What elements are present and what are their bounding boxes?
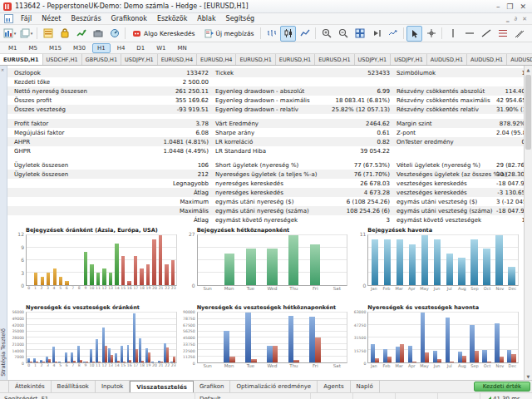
tester-tab-visszatesztel-s[interactable]: Visszatesztelés bbox=[130, 381, 194, 392]
symbol-tab[interactable]: USDCHF,H1 bbox=[43, 54, 82, 65]
symbol-tab[interactable]: EURUSD,H1 bbox=[0, 54, 43, 65]
child-restore-button[interactable]: ∂ bbox=[515, 16, 518, 22]
scroll-down-icon[interactable]: ▼ bbox=[527, 372, 530, 380]
symbol-tab[interactable]: EURUSD,H1 bbox=[276, 54, 315, 65]
scrollbar-track[interactable] bbox=[525, 73, 532, 372]
toolbox-button[interactable] bbox=[90, 26, 106, 42]
menu-item-fájl[interactable]: Fájl bbox=[16, 14, 37, 23]
new-chart-button[interactable]: ▾ bbox=[2, 26, 17, 42]
stat-value: 3 (-12 045.47) bbox=[496, 199, 524, 205]
zoom-in-button[interactable] bbox=[318, 26, 334, 42]
tester-tab-grafikon[interactable]: Grafikon bbox=[194, 381, 231, 392]
timeframe-m5[interactable]: M5 bbox=[24, 43, 43, 53]
scroll-up-icon[interactable]: ▲ bbox=[527, 66, 530, 73]
timeframe-m15[interactable]: M15 bbox=[44, 43, 66, 53]
bar-slot bbox=[95, 235, 101, 285]
bars bbox=[27, 235, 176, 285]
menu-item-segítség[interactable]: Segítség bbox=[221, 14, 260, 23]
status-connection[interactable]: 41.30 ms bbox=[480, 393, 532, 399]
stat-value: 1.0448 (4.49%) bbox=[149, 148, 209, 155]
symbol-tab[interactable]: GBPUSD,H1 bbox=[82, 54, 121, 65]
tester-tab-inputok[interactable]: Inputok bbox=[96, 381, 130, 392]
market-watch-button[interactable] bbox=[40, 26, 56, 42]
menu-item-ablak[interactable]: Ablak bbox=[192, 14, 220, 23]
algo-trading-button[interactable]: Algo Kereskedés bbox=[128, 26, 200, 42]
line-chart-button[interactable] bbox=[297, 26, 313, 42]
chart-profit-loss-by-hour: Nyereségek és veszteségek óránként070001… bbox=[9, 302, 180, 379]
x-tick-label: 18 bbox=[139, 363, 145, 367]
bar-veszteségek bbox=[148, 352, 150, 362]
symbol-tab[interactable]: AUDUSD,H1 bbox=[427, 54, 467, 65]
bar-slot bbox=[164, 235, 170, 285]
bar bbox=[495, 235, 502, 285]
timeframe-h4[interactable]: H4 bbox=[112, 43, 131, 53]
symbol-tab[interactable]: AUDUSD,H1 bbox=[467, 54, 507, 65]
cursor-button[interactable] bbox=[406, 26, 422, 42]
vertical-scrollbar[interactable]: ▲ ▼ bbox=[524, 66, 532, 380]
candlestick-chart-button[interactable] bbox=[280, 26, 296, 42]
menu-item-eszközök[interactable]: Eszközök bbox=[152, 14, 192, 23]
child-close-button[interactable]: ✕ bbox=[522, 16, 527, 22]
timeframe-m30[interactable]: M30 bbox=[68, 43, 91, 53]
bar-veszteségek bbox=[55, 362, 57, 362]
stat-label: Nettó nyereség összesen bbox=[7, 88, 149, 95]
tester-tab-optimaliz-ci-eredm-nye[interactable]: Optimalizáció eredménye bbox=[230, 381, 318, 392]
symbol-tab[interactable]: EURUSD,H4 bbox=[158, 54, 197, 65]
fibonacci-icon bbox=[498, 28, 508, 38]
bar-nyereségek bbox=[224, 331, 229, 362]
timeframe-m1[interactable]: M1 bbox=[3, 43, 22, 53]
new-order-button[interactable]: Új megbízás bbox=[200, 26, 259, 42]
menu-item-beszúrás[interactable]: Beszúrás bbox=[66, 14, 106, 23]
timeframe-mn[interactable]: MN bbox=[173, 43, 192, 53]
tester-tab--ttekint-s[interactable]: Áttekintés bbox=[8, 381, 52, 392]
symbol-tab[interactable]: USDJPY,H1 bbox=[121, 54, 158, 65]
tester-tab-napl-[interactable]: Napló bbox=[351, 381, 380, 392]
symbol-tab[interactable]: EURUSD,H4 bbox=[197, 54, 236, 65]
zoom-out-button[interactable] bbox=[335, 26, 351, 42]
symbol-tab[interactable]: USDJPY,H1 bbox=[391, 54, 427, 65]
scrollbar-thumb[interactable] bbox=[525, 75, 531, 150]
data-window-button[interactable] bbox=[57, 26, 72, 42]
status-profile[interactable]: Default bbox=[195, 393, 311, 399]
start-button[interactable]: Kezdeti érték bbox=[474, 382, 530, 392]
menu-item-nézet[interactable]: Nézet bbox=[37, 14, 66, 23]
tester-tab-agents[interactable]: Agents bbox=[318, 381, 350, 392]
child-window-icon[interactable] bbox=[4, 14, 13, 23]
close-button[interactable]: ✕ bbox=[520, 2, 526, 11]
child-minimize-button[interactable]: ‗ bbox=[506, 16, 510, 22]
stat-value: 2464.62 bbox=[318, 121, 390, 127]
shift-end-button[interactable] bbox=[368, 26, 384, 42]
vertical-line-button[interactable] bbox=[445, 26, 461, 42]
bar-slot bbox=[139, 235, 145, 285]
text-button[interactable]: T bbox=[528, 26, 532, 42]
trendline-button[interactable] bbox=[478, 26, 494, 42]
symbol-tab[interactable]: AUDUSD,H1 bbox=[507, 54, 532, 65]
fibonacci-button[interactable] bbox=[495, 26, 510, 42]
bar bbox=[102, 268, 106, 285]
profiles-button[interactable]: ▾ bbox=[18, 26, 34, 42]
bar-slot bbox=[283, 235, 304, 285]
timeframe-h1[interactable]: H1 bbox=[92, 43, 111, 53]
panel-close-icon[interactable]: ✕ bbox=[1, 67, 4, 72]
tester-tab-be-ll-t-sok[interactable]: Beállítások bbox=[52, 381, 96, 392]
symbol-tab[interactable]: EURUSD,H1 bbox=[315, 54, 354, 65]
channel-button[interactable] bbox=[511, 26, 527, 42]
menu-item-grafikonok[interactable]: Grafikonok bbox=[106, 14, 152, 23]
crosshair-button[interactable] bbox=[423, 26, 439, 42]
minimize-button[interactable]: – bbox=[496, 2, 500, 11]
profiles-icon bbox=[20, 28, 30, 38]
x-tick-label: Aug bbox=[456, 286, 468, 291]
navigator-button[interactable] bbox=[73, 26, 89, 42]
symbol-tab[interactable]: EURUSD,H1 bbox=[236, 54, 275, 65]
bar-chart-button[interactable] bbox=[264, 26, 279, 42]
bar-nyereségek bbox=[52, 347, 55, 362]
auto-scroll-button[interactable] bbox=[385, 26, 401, 42]
strategy-tester-button[interactable] bbox=[106, 26, 122, 42]
symbol-tab[interactable]: USDJPY,H1 bbox=[355, 54, 392, 65]
maximize-button[interactable]: ❐ bbox=[506, 2, 513, 11]
tile-windows-button[interactable] bbox=[352, 26, 367, 42]
bar-slot bbox=[89, 235, 95, 285]
timeframe-d1[interactable]: D1 bbox=[131, 43, 150, 53]
horizontal-line-button[interactable] bbox=[461, 26, 477, 42]
timeframe-w1[interactable]: W1 bbox=[151, 43, 170, 53]
